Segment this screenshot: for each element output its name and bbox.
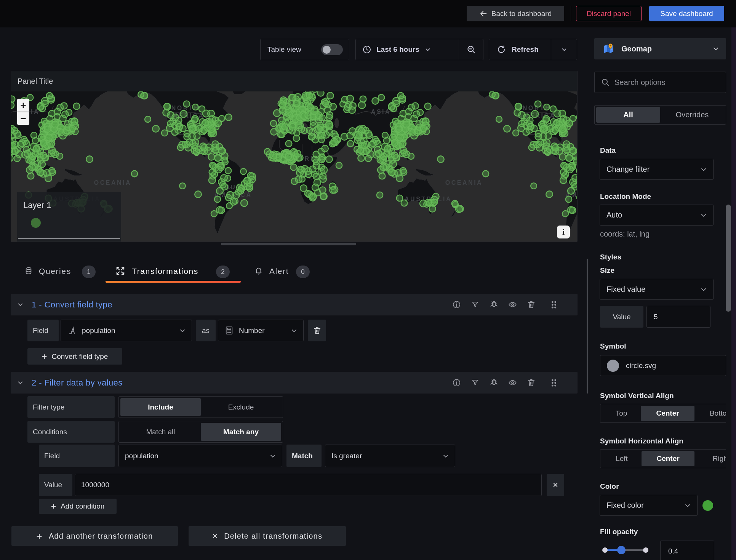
- svg-text:ASIA: ASIA: [371, 109, 391, 115]
- svg-text:OCEANIA: OCEANIA: [445, 179, 483, 186]
- svg-text:OCEANIA: OCEANIA: [94, 179, 131, 186]
